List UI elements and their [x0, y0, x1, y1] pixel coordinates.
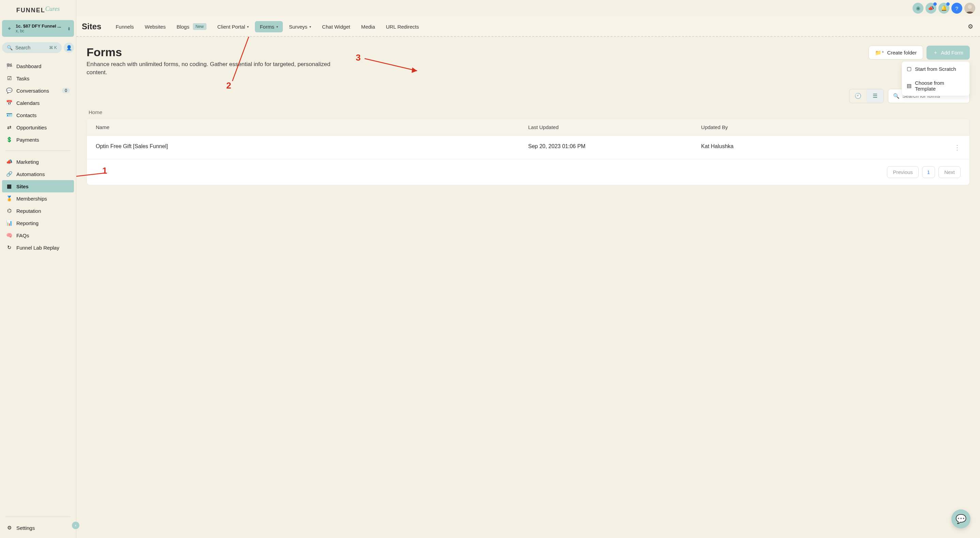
megaphone-icon: 📣	[6, 159, 12, 165]
add-form-button[interactable]: ＋ Add Form	[926, 46, 970, 60]
nav-label: Tasks	[16, 76, 29, 81]
square-icon: ▢	[907, 66, 912, 72]
page-header: Forms Enhance reach with unlimited forms…	[87, 46, 970, 77]
create-folder-button[interactable]: 📁⁺ Create folder	[869, 46, 923, 60]
divider	[5, 151, 70, 151]
template-icon: ▤	[907, 83, 912, 89]
tab-url-redirects[interactable]: URL Redirects	[381, 21, 424, 32]
sidebar-item-reputation[interactable]: ⌬Reputation	[2, 205, 74, 217]
sidebar-item-marketing[interactable]: 📣Marketing	[2, 156, 74, 168]
logo: FUNNELCures	[2, 4, 74, 20]
tab-chat-widget[interactable]: Chat Widget	[317, 21, 355, 32]
search-placeholder: Search	[15, 45, 30, 51]
sidebar-search[interactable]: 🔍 Search ⌘ K	[2, 42, 62, 53]
cell-updated: Sep 20, 2023 01:06 PM	[528, 143, 701, 152]
sidebar-item-contacts[interactable]: 🪪Contacts	[2, 109, 74, 121]
link-icon: 🔗	[6, 171, 12, 177]
nav-label: Reporting	[16, 220, 38, 226]
tab-label: Client Portal	[217, 24, 245, 30]
dd-template-label: Choose from Template	[915, 80, 965, 92]
tools-row: 🕘 ☰ 🔍	[87, 89, 970, 103]
view-list-button[interactable]: ☰	[867, 89, 884, 103]
sidebar-item-funnel-lab-replay[interactable]: ↻Funnel Lab Replay	[2, 241, 74, 254]
tab-blogs[interactable]: BlogsNew	[172, 21, 211, 33]
gear-icon: ⚙	[6, 525, 12, 531]
breadcrumb[interactable]: Home	[89, 109, 968, 115]
tab-label: URL Redirects	[386, 24, 419, 30]
more-icon[interactable]: ⋮	[954, 144, 961, 151]
row-actions: ⋮	[909, 143, 961, 152]
announce-button[interactable]: 📣	[926, 3, 936, 14]
tab-websites[interactable]: Websites	[140, 21, 170, 32]
sidebar-item-settings[interactable]: ⚙ Settings	[2, 522, 74, 534]
sidebar-item-conversations[interactable]: 💬Conversations0	[2, 84, 74, 97]
help-button[interactable]: ?	[951, 3, 962, 14]
account-switcher[interactable]: ⌖ 1c. $87 DFY Funnel ... x, bc ▴▾	[2, 20, 74, 37]
sidebar-item-dashboard[interactable]: 🏁Dashboard	[2, 60, 74, 72]
sidebar-item-tasks[interactable]: ☑Tasks	[2, 72, 74, 84]
tasks-icon: ☑	[6, 75, 12, 81]
sidebar-item-memberships[interactable]: 🏅Memberships	[2, 192, 74, 205]
sidebar-item-sites[interactable]: ▦Sites	[2, 180, 74, 192]
folder-plus-icon: 📁⁺	[875, 50, 884, 56]
view-recent-button[interactable]: 🕘	[850, 89, 867, 103]
nav-label: Memberships	[16, 196, 47, 202]
sidebar-item-reporting[interactable]: 📊Reporting	[2, 217, 74, 229]
chevron-down-icon: ▾	[309, 25, 311, 29]
table-row[interactable]: Optin Free Gift [Sales Funnel]Sep 20, 20…	[87, 135, 969, 159]
plus-icon: ＋	[933, 49, 938, 56]
main: ◉ 📣 🔔 ? Sites FunnelsWebsitesBlogsNewCli…	[76, 0, 980, 538]
add-form-dropdown: ▢ Start from Scratch ▤ Choose from Templ…	[902, 61, 970, 96]
dd-choose-template[interactable]: ▤ Choose from Template	[902, 76, 969, 96]
tab-label: Media	[361, 24, 375, 30]
annotation-2: 2	[226, 80, 231, 91]
sidebar-item-payments[interactable]: 💲Payments	[2, 133, 74, 146]
chevron-down-icon: ▾	[247, 25, 249, 29]
cell-by: Kat Halushka	[701, 143, 909, 152]
replay-icon: ↻	[6, 244, 12, 251]
tab-funnels[interactable]: Funnels	[111, 21, 138, 32]
tab-forms[interactable]: Forms▾	[255, 21, 283, 32]
svg-point-1	[968, 5, 972, 9]
chevron-down-icon: ▾	[276, 25, 278, 29]
avatar[interactable]	[964, 3, 975, 14]
forms-table: Name Last Updated Updated By Optin Free …	[87, 119, 970, 185]
nav-label: Marketing	[16, 159, 39, 165]
calendar-icon: 📅	[6, 100, 12, 106]
user-icon[interactable]: 👤	[64, 43, 74, 53]
view-toggle: 🕘 ☰	[849, 89, 884, 103]
tab-media[interactable]: Media	[356, 21, 380, 32]
subnav: Sites FunnelsWebsitesBlogsNewClient Port…	[76, 16, 980, 37]
sidebar-item-automations[interactable]: 🔗Automations	[2, 168, 74, 180]
page-number[interactable]: 1	[922, 166, 935, 178]
sidebar-item-faqs[interactable]: 🧠FAQs	[2, 229, 74, 241]
chat-bubble[interactable]: 💬	[951, 509, 970, 528]
dd-scratch-label: Start from Scratch	[915, 66, 956, 72]
tab-client-portal[interactable]: Client Portal▾	[213, 21, 254, 32]
speed-icon: ⌬	[6, 208, 12, 214]
th-name: Name	[96, 124, 528, 130]
content: Forms Enhance reach with unlimited forms…	[76, 37, 980, 538]
annotation-1: 1	[102, 165, 107, 176]
tab-surveys[interactable]: Surveys▾	[284, 21, 316, 32]
id-icon: 🪪	[6, 112, 12, 118]
notifications-button[interactable]: 🔔	[939, 3, 949, 14]
dd-start-scratch[interactable]: ▢ Start from Scratch	[902, 62, 969, 76]
th-updated: Last Updated	[528, 124, 701, 130]
nav-label: Opportunities	[16, 125, 47, 130]
search-icon: 🔍	[7, 45, 13, 51]
search-icon: 🔍	[893, 93, 900, 99]
account-title: 1c. $87 DFY Funnel ...	[16, 24, 65, 29]
prev-button[interactable]: Previous	[887, 166, 918, 178]
nav-label: Reputation	[16, 208, 41, 214]
subnav-settings-button[interactable]: ⚙	[966, 23, 975, 30]
tab-label: Blogs	[177, 24, 189, 30]
preview-button[interactable]: ◉	[913, 3, 923, 14]
nav-label: Calendars	[16, 100, 40, 106]
next-button[interactable]: Next	[939, 166, 961, 178]
sidebar-item-calendars[interactable]: 📅Calendars	[2, 97, 74, 109]
bars-icon: 📊	[6, 220, 12, 226]
globe-icon: ⌖	[6, 25, 12, 32]
sidebar-item-opportunities[interactable]: ⇄Opportunities	[2, 121, 74, 133]
tab-label: Chat Widget	[322, 24, 350, 30]
